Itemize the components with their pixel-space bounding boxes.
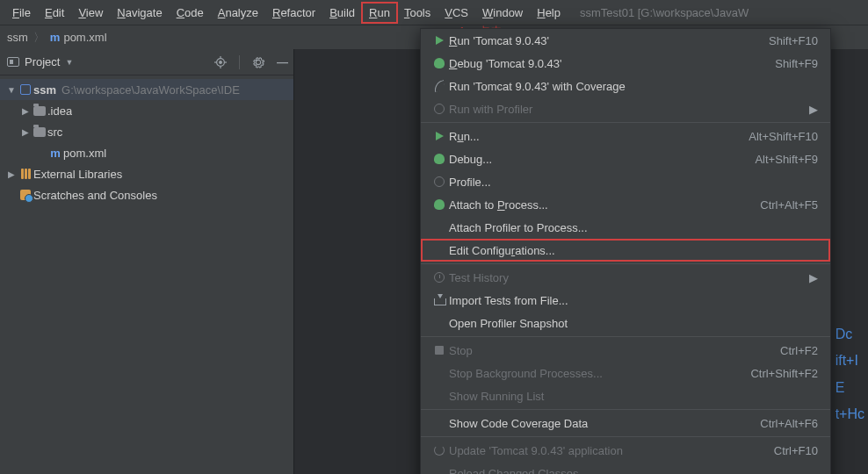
external-libraries[interactable]: ▶ External Libraries	[0, 163, 293, 184]
menu-item-label: Stop	[449, 344, 473, 357]
shortcut-label: Ctrl+Alt+F6	[760, 417, 818, 430]
menu-code[interactable]: Code	[170, 3, 211, 23]
menu-help[interactable]: Help	[530, 3, 568, 23]
run-menu-popup: Run 'Tomcat 9.0.43'Shift+F10Debug 'Tomca…	[420, 28, 831, 474]
menu-separator	[421, 409, 830, 410]
shortcut-label: Shift+F10	[769, 34, 818, 47]
menu-item-label: Profile...	[449, 176, 491, 189]
expand-arrow-icon: ▶	[19, 106, 32, 116]
tree-node-label: External Libraries	[33, 168, 122, 181]
run-menu-item[interactable]: Run 'Tomcat 9.0.43' with Coverage	[421, 75, 830, 97]
menu-item-label: Import Tests from File...	[449, 294, 568, 307]
shortcut-label: Ctrl+Shift+F2	[750, 367, 818, 380]
breadcrumb-file[interactable]: pom.xml	[63, 31, 106, 44]
menu-item-label: Show Code Coverage Data	[449, 417, 588, 430]
tree-root-module[interactable]: ▼ ssm G:\workspace\JavaWorkSpace\IDE	[0, 79, 293, 100]
scratch-icon	[20, 190, 31, 200]
run-menu-item[interactable]: Profile...	[421, 170, 830, 193]
menu-item-label: Run 'Tomcat 9.0.43' with Coverage	[449, 80, 626, 93]
bug-icon	[434, 154, 445, 164]
submenu-arrow-icon: ▶	[809, 271, 818, 284]
breadcrumb-separator: 〉	[33, 30, 45, 46]
run-menu-item[interactable]: Debug 'Tomcat 9.0.43'Shift+F9	[421, 52, 830, 75]
divider	[239, 55, 240, 69]
menu-file[interactable]: File	[5, 3, 38, 23]
maven-file-icon: m	[50, 147, 61, 160]
menu-vcs[interactable]: VCS	[438, 3, 475, 23]
run-menu-item[interactable]: Run...Alt+Shift+F10	[421, 125, 830, 147]
project-tool-window: Project ▼ — ▼ ssm G:\workspace\JavaWorkS…	[0, 49, 294, 474]
menu-separator	[421, 336, 830, 337]
tree-node-path: G:\workspace\JavaWorkSpace\IDE	[61, 83, 240, 97]
menu-analyze[interactable]: Analyze	[211, 3, 265, 23]
tree-node-label: pom.xml	[63, 147, 106, 160]
menu-view[interactable]: View	[71, 3, 110, 23]
bug-icon	[434, 58, 445, 68]
run-menu-item: Stop Background Processes...Ctrl+Shift+F…	[421, 362, 830, 384]
minimize-icon[interactable]: —	[277, 55, 286, 69]
gear-icon[interactable]	[252, 55, 264, 69]
cov-icon	[433, 80, 445, 92]
run-menu-item: Update 'Tomcat 9.0.43' applicationCtrl+F…	[421, 439, 830, 462]
maven-file-icon: m	[50, 31, 61, 44]
project-panel-title[interactable]: Project ▼	[7, 55, 73, 68]
menu-refactor[interactable]: Refactor	[265, 3, 322, 23]
menu-window[interactable]: Window	[475, 3, 530, 23]
tree-node-src[interactable]: ▶src	[0, 121, 293, 142]
play-icon	[436, 132, 444, 140]
project-path-label: ssmTest01 [G:\workspace\JavaW	[580, 6, 749, 19]
run-menu-item: Test History▶	[421, 266, 830, 289]
folder-icon	[33, 127, 46, 137]
clock-icon	[434, 272, 445, 283]
menu-navigate[interactable]: Navigate	[110, 3, 169, 23]
menu-item-label: Debug...	[449, 153, 492, 166]
submenu-arrow-icon: ▶	[809, 103, 818, 116]
bug-icon	[434, 199, 445, 210]
menu-separator	[421, 263, 830, 264]
menu-run[interactable]: Run	[362, 3, 397, 23]
menubar: FileEditViewNavigateCodeAnalyzeRefactorB…	[0, 0, 868, 25]
run-menu-item: StopCtrl+F2	[421, 339, 830, 362]
menu-separator	[421, 122, 830, 123]
tree-node-label: src	[47, 126, 62, 139]
expand-arrow-icon: ▶	[19, 127, 32, 137]
gauge-icon	[434, 104, 445, 114]
run-menu-item[interactable]: Open Profiler Snapshot	[421, 312, 830, 334]
refresh-icon	[434, 445, 445, 456]
run-menu-item[interactable]: Show Code Coverage DataCtrl+Alt+F6	[421, 412, 830, 434]
run-menu-item[interactable]: Import Tests from File...	[421, 289, 830, 312]
expand-arrow-icon: ▼	[5, 85, 18, 95]
run-menu-item: Reload Changed Classes	[421, 462, 830, 474]
shortcut-label: Ctrl+Alt+F5	[760, 198, 818, 212]
run-menu-item[interactable]: Attach to Process...Ctrl+Alt+F5	[421, 193, 830, 216]
run-menu-item[interactable]: Run 'Tomcat 9.0.43'Shift+F10	[421, 29, 830, 52]
menu-item-label: Debug 'Tomcat 9.0.43'	[449, 57, 562, 70]
tree-node-pom-xml[interactable]: ▶mpom.xml	[0, 142, 293, 163]
gauge-icon	[434, 176, 445, 187]
menu-item-label: Show Running List	[449, 390, 544, 403]
menu-item-label: Test History	[449, 271, 509, 284]
menu-edit[interactable]: Edit	[38, 3, 71, 23]
menu-tools[interactable]: Tools	[397, 3, 438, 23]
run-menu-item[interactable]: Attach Profiler to Process...	[421, 216, 830, 239]
import-icon	[434, 295, 445, 305]
menu-item-label: Run with Profiler	[449, 103, 532, 116]
shortcut-label: Alt+Shift+F10	[749, 130, 818, 143]
run-menu-item: Run with Profiler▶	[421, 97, 830, 120]
menu-build[interactable]: Build	[322, 3, 362, 23]
library-icon	[21, 169, 31, 179]
run-menu-item[interactable]: Edit Configurations...	[421, 239, 830, 262]
module-icon	[20, 84, 31, 95]
locate-icon[interactable]	[214, 55, 227, 69]
tree-node-label: Scratches and Consoles	[33, 189, 157, 202]
shortcut-label: Ctrl+F10	[774, 444, 818, 457]
scratches-consoles[interactable]: ▶ Scratches and Consoles	[0, 184, 293, 205]
breadcrumb-root[interactable]: ssm	[7, 31, 28, 44]
run-menu-item[interactable]: Debug...Alt+Shift+F9	[421, 147, 830, 170]
tree-node--idea[interactable]: ▶.idea	[0, 100, 293, 121]
background-hint-text: Dcift+IEt+Hc	[835, 321, 864, 428]
menu-item-label: Run 'Tomcat 9.0.43'	[449, 34, 549, 47]
menu-item-label: Run...	[449, 130, 480, 143]
menu-item-label: Open Profiler Snapshot	[449, 317, 568, 330]
menu-item-label: Attach Profiler to Process...	[449, 221, 588, 234]
